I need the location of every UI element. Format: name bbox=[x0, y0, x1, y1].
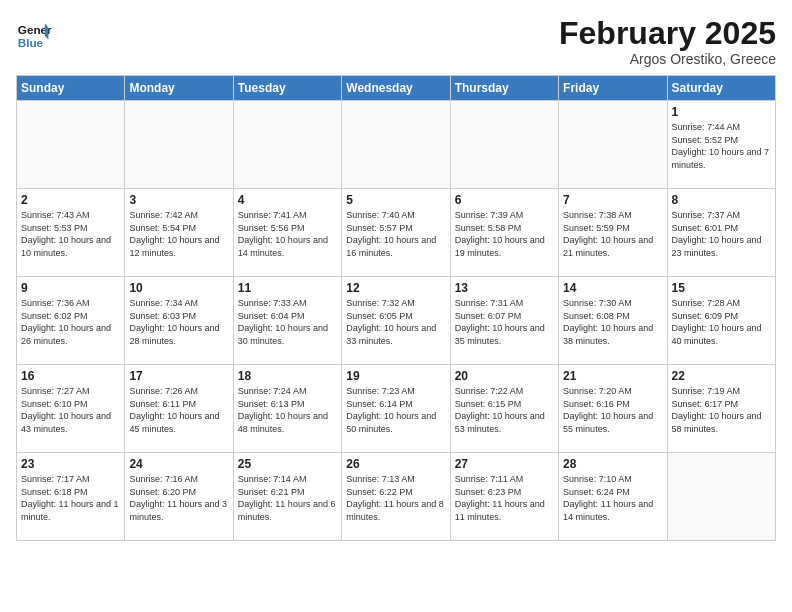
day-number: 7 bbox=[563, 193, 662, 207]
day-header-monday: Monday bbox=[125, 76, 233, 101]
day-number: 26 bbox=[346, 457, 445, 471]
day-info: Sunrise: 7:41 AMSunset: 5:56 PMDaylight:… bbox=[238, 209, 337, 259]
day-number: 28 bbox=[563, 457, 662, 471]
calendar-day: 25Sunrise: 7:14 AMSunset: 6:21 PMDayligh… bbox=[233, 453, 341, 541]
day-info: Sunrise: 7:20 AMSunset: 6:16 PMDaylight:… bbox=[563, 385, 662, 435]
day-number: 25 bbox=[238, 457, 337, 471]
calendar-week-1: 1Sunrise: 7:44 AMSunset: 5:52 PMDaylight… bbox=[17, 101, 776, 189]
calendar-day: 5Sunrise: 7:40 AMSunset: 5:57 PMDaylight… bbox=[342, 189, 450, 277]
calendar-day bbox=[17, 101, 125, 189]
day-number: 12 bbox=[346, 281, 445, 295]
calendar-day bbox=[342, 101, 450, 189]
calendar-day: 3Sunrise: 7:42 AMSunset: 5:54 PMDaylight… bbox=[125, 189, 233, 277]
day-number: 17 bbox=[129, 369, 228, 383]
day-info: Sunrise: 7:31 AMSunset: 6:07 PMDaylight:… bbox=[455, 297, 554, 347]
day-number: 6 bbox=[455, 193, 554, 207]
day-info: Sunrise: 7:43 AMSunset: 5:53 PMDaylight:… bbox=[21, 209, 120, 259]
day-info: Sunrise: 7:32 AMSunset: 6:05 PMDaylight:… bbox=[346, 297, 445, 347]
svg-text:Blue: Blue bbox=[18, 36, 44, 49]
calendar-header-row: SundayMondayTuesdayWednesdayThursdayFrid… bbox=[17, 76, 776, 101]
month-title: February 2025 bbox=[559, 16, 776, 51]
calendar-day: 10Sunrise: 7:34 AMSunset: 6:03 PMDayligh… bbox=[125, 277, 233, 365]
day-number: 27 bbox=[455, 457, 554, 471]
calendar-day: 19Sunrise: 7:23 AMSunset: 6:14 PMDayligh… bbox=[342, 365, 450, 453]
calendar-day: 8Sunrise: 7:37 AMSunset: 6:01 PMDaylight… bbox=[667, 189, 775, 277]
day-info: Sunrise: 7:36 AMSunset: 6:02 PMDaylight:… bbox=[21, 297, 120, 347]
day-number: 19 bbox=[346, 369, 445, 383]
calendar-day: 27Sunrise: 7:11 AMSunset: 6:23 PMDayligh… bbox=[450, 453, 558, 541]
day-number: 15 bbox=[672, 281, 771, 295]
calendar-day: 21Sunrise: 7:20 AMSunset: 6:16 PMDayligh… bbox=[559, 365, 667, 453]
calendar-day: 9Sunrise: 7:36 AMSunset: 6:02 PMDaylight… bbox=[17, 277, 125, 365]
calendar-week-3: 9Sunrise: 7:36 AMSunset: 6:02 PMDaylight… bbox=[17, 277, 776, 365]
calendar-day bbox=[559, 101, 667, 189]
day-header-tuesday: Tuesday bbox=[233, 76, 341, 101]
calendar-week-5: 23Sunrise: 7:17 AMSunset: 6:18 PMDayligh… bbox=[17, 453, 776, 541]
calendar-day bbox=[450, 101, 558, 189]
day-header-saturday: Saturday bbox=[667, 76, 775, 101]
calendar-day: 12Sunrise: 7:32 AMSunset: 6:05 PMDayligh… bbox=[342, 277, 450, 365]
calendar-day: 7Sunrise: 7:38 AMSunset: 5:59 PMDaylight… bbox=[559, 189, 667, 277]
day-info: Sunrise: 7:38 AMSunset: 5:59 PMDaylight:… bbox=[563, 209, 662, 259]
day-header-friday: Friday bbox=[559, 76, 667, 101]
calendar-day: 23Sunrise: 7:17 AMSunset: 6:18 PMDayligh… bbox=[17, 453, 125, 541]
day-info: Sunrise: 7:11 AMSunset: 6:23 PMDaylight:… bbox=[455, 473, 554, 523]
calendar-day: 6Sunrise: 7:39 AMSunset: 5:58 PMDaylight… bbox=[450, 189, 558, 277]
day-number: 2 bbox=[21, 193, 120, 207]
day-number: 13 bbox=[455, 281, 554, 295]
day-number: 10 bbox=[129, 281, 228, 295]
day-info: Sunrise: 7:16 AMSunset: 6:20 PMDaylight:… bbox=[129, 473, 228, 523]
day-info: Sunrise: 7:23 AMSunset: 6:14 PMDaylight:… bbox=[346, 385, 445, 435]
calendar-day: 18Sunrise: 7:24 AMSunset: 6:13 PMDayligh… bbox=[233, 365, 341, 453]
location-subtitle: Argos Orestiko, Greece bbox=[559, 51, 776, 67]
day-number: 16 bbox=[21, 369, 120, 383]
day-info: Sunrise: 7:33 AMSunset: 6:04 PMDaylight:… bbox=[238, 297, 337, 347]
day-number: 4 bbox=[238, 193, 337, 207]
day-number: 18 bbox=[238, 369, 337, 383]
day-header-thursday: Thursday bbox=[450, 76, 558, 101]
day-info: Sunrise: 7:19 AMSunset: 6:17 PMDaylight:… bbox=[672, 385, 771, 435]
day-info: Sunrise: 7:14 AMSunset: 6:21 PMDaylight:… bbox=[238, 473, 337, 523]
calendar-day: 11Sunrise: 7:33 AMSunset: 6:04 PMDayligh… bbox=[233, 277, 341, 365]
day-info: Sunrise: 7:17 AMSunset: 6:18 PMDaylight:… bbox=[21, 473, 120, 523]
calendar-week-4: 16Sunrise: 7:27 AMSunset: 6:10 PMDayligh… bbox=[17, 365, 776, 453]
day-info: Sunrise: 7:42 AMSunset: 5:54 PMDaylight:… bbox=[129, 209, 228, 259]
day-info: Sunrise: 7:26 AMSunset: 6:11 PMDaylight:… bbox=[129, 385, 228, 435]
day-info: Sunrise: 7:39 AMSunset: 5:58 PMDaylight:… bbox=[455, 209, 554, 259]
day-number: 24 bbox=[129, 457, 228, 471]
day-info: Sunrise: 7:30 AMSunset: 6:08 PMDaylight:… bbox=[563, 297, 662, 347]
calendar-week-2: 2Sunrise: 7:43 AMSunset: 5:53 PMDaylight… bbox=[17, 189, 776, 277]
day-info: Sunrise: 7:28 AMSunset: 6:09 PMDaylight:… bbox=[672, 297, 771, 347]
day-number: 20 bbox=[455, 369, 554, 383]
title-block: February 2025 Argos Orestiko, Greece bbox=[559, 16, 776, 67]
calendar-day bbox=[125, 101, 233, 189]
calendar-table: SundayMondayTuesdayWednesdayThursdayFrid… bbox=[16, 75, 776, 541]
day-number: 14 bbox=[563, 281, 662, 295]
logo: General Blue bbox=[16, 16, 52, 52]
day-number: 3 bbox=[129, 193, 228, 207]
calendar-day: 22Sunrise: 7:19 AMSunset: 6:17 PMDayligh… bbox=[667, 365, 775, 453]
calendar-day: 13Sunrise: 7:31 AMSunset: 6:07 PMDayligh… bbox=[450, 277, 558, 365]
day-header-wednesday: Wednesday bbox=[342, 76, 450, 101]
calendar-day bbox=[667, 453, 775, 541]
day-info: Sunrise: 7:40 AMSunset: 5:57 PMDaylight:… bbox=[346, 209, 445, 259]
day-info: Sunrise: 7:13 AMSunset: 6:22 PMDaylight:… bbox=[346, 473, 445, 523]
day-number: 8 bbox=[672, 193, 771, 207]
logo-icon: General Blue bbox=[16, 16, 52, 52]
day-number: 1 bbox=[672, 105, 771, 119]
day-info: Sunrise: 7:44 AMSunset: 5:52 PMDaylight:… bbox=[672, 121, 771, 171]
day-number: 23 bbox=[21, 457, 120, 471]
calendar-day bbox=[233, 101, 341, 189]
calendar-day: 2Sunrise: 7:43 AMSunset: 5:53 PMDaylight… bbox=[17, 189, 125, 277]
day-info: Sunrise: 7:10 AMSunset: 6:24 PMDaylight:… bbox=[563, 473, 662, 523]
day-info: Sunrise: 7:27 AMSunset: 6:10 PMDaylight:… bbox=[21, 385, 120, 435]
day-number: 5 bbox=[346, 193, 445, 207]
day-number: 22 bbox=[672, 369, 771, 383]
calendar-day: 26Sunrise: 7:13 AMSunset: 6:22 PMDayligh… bbox=[342, 453, 450, 541]
calendar-day: 4Sunrise: 7:41 AMSunset: 5:56 PMDaylight… bbox=[233, 189, 341, 277]
calendar-day: 28Sunrise: 7:10 AMSunset: 6:24 PMDayligh… bbox=[559, 453, 667, 541]
calendar-day: 16Sunrise: 7:27 AMSunset: 6:10 PMDayligh… bbox=[17, 365, 125, 453]
calendar-day: 14Sunrise: 7:30 AMSunset: 6:08 PMDayligh… bbox=[559, 277, 667, 365]
day-info: Sunrise: 7:37 AMSunset: 6:01 PMDaylight:… bbox=[672, 209, 771, 259]
day-info: Sunrise: 7:24 AMSunset: 6:13 PMDaylight:… bbox=[238, 385, 337, 435]
